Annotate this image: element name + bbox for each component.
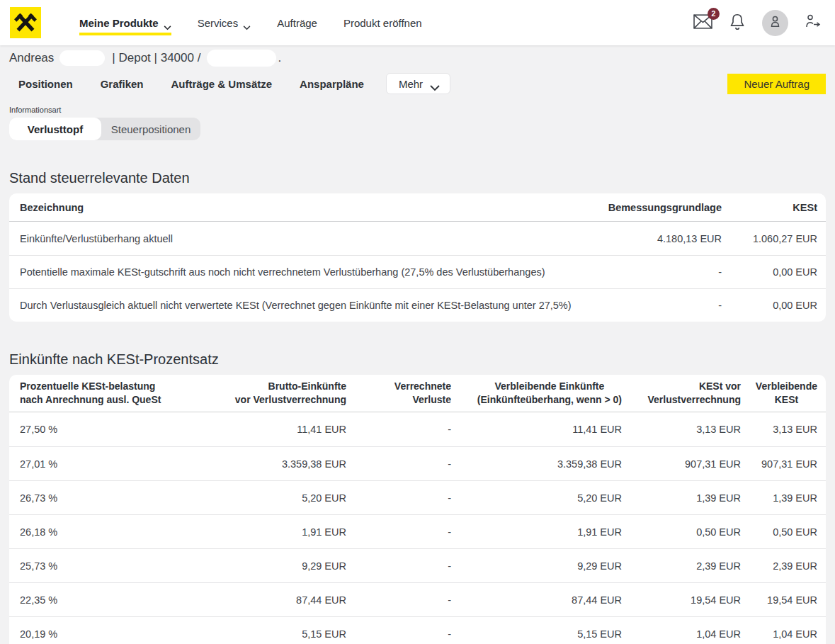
offset-losses: - (346, 526, 451, 538)
gross-income: 87,44 EUR (226, 594, 346, 606)
table-row: 20,19 % 5,15 EUR - 5,15 EUR 1,04 EUR 1,0… (9, 616, 826, 644)
new-order-button[interactable]: Neuer Auftrag (727, 74, 826, 94)
remaining-income: 11,41 EUR (451, 424, 622, 435)
kest-before: 0,50 EUR (622, 526, 741, 538)
remaining-income: 87,44 EUR (451, 594, 622, 606)
tab-positionen[interactable]: Positionen (18, 78, 73, 90)
kest-remaining: 0,50 EUR (741, 526, 817, 538)
offset-losses: - (346, 492, 451, 504)
tab-auftraege-umsaetze[interactable]: Aufträge & Umsätze (171, 78, 273, 90)
tab-ansparplaene[interactable]: Ansparpläne (300, 78, 364, 90)
row-base: 4.180,13 EUR (598, 233, 722, 244)
depot-label: | Depot | 34000 / (112, 51, 200, 65)
col-bemessungsgrundlage: Bemessungsgrundlage (598, 202, 722, 213)
kest-remaining: 3,13 EUR (741, 424, 817, 435)
customer-name: Andreas (9, 51, 54, 65)
notifications-button[interactable] (728, 12, 746, 33)
table-row: 26,73 % 5,20 EUR - 5,20 EUR 1,39 EUR 1,3… (9, 480, 826, 514)
col-bezeichnung: Bezeichnung (20, 202, 598, 213)
col-verbleibende-kest: Verbleibende KESt (741, 380, 817, 407)
toggle-verlusttopf[interactable]: Verlusttopf (9, 118, 101, 140)
table-header-row: Prozentuelle KESt-belastung nach Anrechn… (9, 375, 826, 412)
redacted-name (59, 50, 105, 66)
row-label: Einkünfte/Verlustüberhang aktuell (20, 233, 598, 244)
table-row: 26,18 % 1,91 EUR - 1,91 EUR 0,50 EUR 0,5… (9, 514, 826, 548)
person-icon (767, 13, 783, 33)
kest-remaining: 1,39 EUR (741, 492, 817, 504)
kest-before: 907,31 EUR (622, 458, 741, 470)
remaining-income: 5,20 EUR (451, 492, 622, 504)
kest-rate: 25,73 % (20, 560, 226, 572)
row-label: Durch Verlustausgleich aktuell nicht ver… (20, 300, 598, 311)
table-row: 25,73 % 9,29 EUR - 9,29 EUR 2,39 EUR 2,3… (9, 548, 826, 582)
logout-button[interactable] (804, 13, 822, 33)
raiffeisen-logo[interactable] (10, 7, 41, 38)
row-kest: 0,00 EUR (722, 266, 817, 278)
kest-remaining: 1,04 EUR (741, 628, 817, 640)
nav-services[interactable]: Services (198, 17, 251, 29)
redacted-account-number (207, 50, 276, 67)
kest-remaining: 19,54 EUR (741, 594, 817, 606)
offset-losses: - (346, 458, 451, 470)
gross-income: 1,91 EUR (226, 526, 346, 538)
nav-auftraege[interactable]: Aufträge (277, 17, 317, 29)
kest-rate: 20,19 % (20, 628, 226, 640)
section-title-einkuenfte-nach-kest: Einkünfte nach KESt-Prozentsatz (9, 351, 826, 368)
nav-produkt-eroeffnen[interactable]: Produkt eröffnen (343, 17, 422, 29)
breadcrumb-end: . (278, 51, 281, 65)
main-nav: Meine Produkte Services Aufträge Produkt… (79, 17, 422, 29)
table-row: 27,50 % 11,41 EUR - 11,41 EUR 3,13 EUR 3… (9, 412, 826, 446)
table-row: Potentielle maximale KESt-gutschrift aus… (9, 255, 826, 288)
col-kest: KESt (722, 202, 817, 213)
col-verbleibende-einkuenfte: Verbleibende Einkünfte (Einkünfteüberhan… (451, 380, 622, 407)
row-label: Potentielle maximale KESt-gutschrift aus… (20, 266, 598, 278)
col-brutto-einkuenfte: Brutto-Einkünfte vor Verlustverrechnung (226, 380, 346, 407)
chevron-down-icon (243, 21, 251, 26)
tax-summary-table: Bezeichnung Bemessungsgrundlage KESt Ein… (9, 193, 826, 322)
kest-before: 1,04 EUR (622, 628, 741, 640)
messages-button[interactable]: 2 (693, 14, 712, 32)
informationsart-toggle: Verlusttopf Steuerpositionen (9, 118, 200, 140)
chevron-down-icon (164, 21, 171, 26)
nav-meine-produkte[interactable]: Meine Produkte (79, 17, 171, 29)
offset-losses: - (346, 628, 451, 640)
profile-button[interactable] (762, 10, 788, 36)
remaining-income: 1,91 EUR (451, 526, 622, 538)
top-bar: Meine Produkte Services Aufträge Produkt… (0, 0, 835, 45)
kest-rate: 27,50 % (20, 424, 226, 435)
income-by-rate-table: Prozentuelle KESt-belastung nach Anrechn… (9, 375, 826, 644)
breadcrumb: Andreas | Depot | 34000 / . (0, 45, 835, 70)
filter-label: Informationsart (9, 106, 835, 114)
kest-remaining: 907,31 EUR (741, 458, 817, 470)
more-label: Mehr (399, 78, 423, 90)
section-title-stand-steuerrelevante-daten: Stand steuerrelevante Daten (9, 170, 826, 186)
kest-rate: 22,35 % (20, 594, 226, 606)
unread-count-badge: 2 (708, 8, 720, 20)
remaining-income: 5,15 EUR (451, 628, 622, 640)
kest-remaining: 2,39 EUR (741, 560, 817, 572)
nav-label: Produkt eröffnen (343, 17, 422, 29)
nav-label: Aufträge (277, 17, 317, 29)
kest-before: 19,54 EUR (622, 594, 741, 606)
gable-cross-icon (14, 10, 37, 35)
depot-tabs: Positionen Grafiken Aufträge & Umsätze A… (9, 73, 826, 94)
row-kest: 0,00 EUR (722, 300, 817, 311)
remaining-income: 3.359,38 EUR (451, 458, 622, 470)
kest-rate: 26,73 % (20, 492, 226, 504)
kest-rate: 27,01 % (20, 458, 226, 470)
col-prozentsatz: Prozentuelle KESt-belastung nach Anrechn… (20, 380, 226, 407)
gross-income: 9,29 EUR (226, 560, 346, 572)
kest-before: 3,13 EUR (622, 424, 741, 435)
more-tabs-button[interactable]: Mehr (386, 73, 450, 94)
col-verrechnete-verluste: Verrechnete Verluste (346, 380, 451, 407)
table-row: Durch Verlustausgleich aktuell nicht ver… (9, 288, 826, 322)
table-row: 27,01 % 3.359,38 EUR - 3.359,38 EUR 907,… (9, 446, 826, 480)
kest-before: 2,39 EUR (622, 560, 741, 572)
gross-income: 11,41 EUR (226, 424, 346, 435)
kest-rate: 26,18 % (20, 526, 226, 538)
row-base: - (598, 266, 722, 278)
col-kest-vor-verlustverrechnung: KESt vor Verlustverrechnung (622, 380, 741, 407)
kest-before: 1,39 EUR (622, 492, 741, 504)
tab-grafiken[interactable]: Grafiken (101, 78, 144, 90)
toggle-steuerpositionen[interactable]: Steuerpositionen (101, 118, 200, 140)
